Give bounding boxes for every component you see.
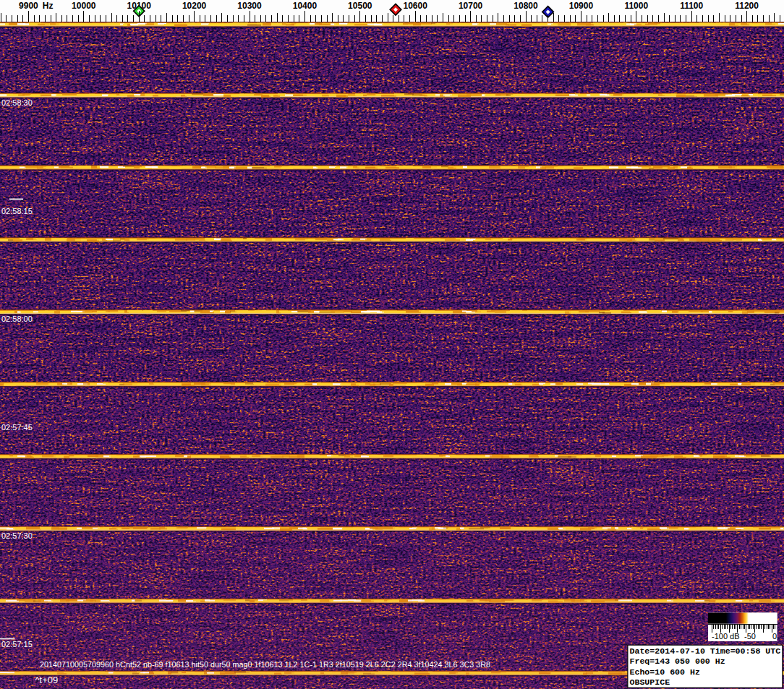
- svg-text:Date=2014-07-10 Time=00:58 UTC: Date=2014-07-10 Time=00:58 UTC: [630, 646, 781, 656]
- svg-text:02:57:30: 02:57:30: [1, 531, 33, 540]
- svg-text:Hz: Hz: [40, 1, 53, 11]
- svg-text:-50: -50: [744, 632, 756, 641]
- svg-text:10900: 10900: [569, 1, 594, 11]
- svg-text:10300: 10300: [237, 1, 262, 11]
- svg-text:10700: 10700: [459, 1, 483, 11]
- svg-text:Freq=143 050 000 Hz: Freq=143 050 000 Hz: [630, 656, 725, 666]
- svg-text:10000: 10000: [72, 1, 96, 11]
- svg-text:10200: 10200: [182, 1, 207, 11]
- svg-text:11200: 11200: [735, 1, 759, 11]
- svg-text:10600: 10600: [404, 1, 428, 11]
- svg-text:-100 dB: -100 dB: [712, 632, 740, 641]
- svg-text:Echo=10 600 Hz: Echo=10 600 Hz: [630, 667, 700, 677]
- svg-text:11000: 11000: [624, 1, 648, 11]
- svg-text:11100: 11100: [680, 1, 703, 11]
- svg-text:10800: 10800: [514, 1, 538, 11]
- svg-text:02:58:30: 02:58:30: [1, 98, 33, 107]
- svg-text:10400: 10400: [293, 1, 318, 11]
- svg-text:02:58:15: 02:58:15: [1, 207, 33, 215]
- svg-text:10500: 10500: [348, 1, 372, 11]
- svg-text:^t+09: ^t+09: [35, 675, 59, 685]
- svg-text:20140710005709960 hCnt52 nb-69: 20140710005709960 hCnt52 nb-69 f10613 hi…: [40, 660, 490, 669]
- svg-text:02:58:00: 02:58:00: [1, 314, 33, 323]
- svg-text:02:57:15: 02:57:15: [1, 640, 33, 649]
- svg-text:OBSUPICE: OBSUPICE: [630, 677, 670, 687]
- svg-text:0: 0: [772, 632, 777, 641]
- svg-text:02:57:45: 02:57:45: [1, 423, 33, 432]
- svg-text:9900: 9900: [19, 1, 38, 11]
